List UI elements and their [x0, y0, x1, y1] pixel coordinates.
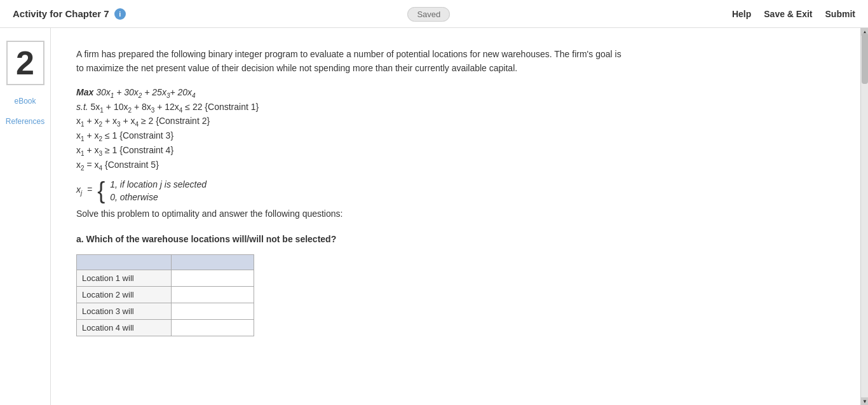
location-1-input[interactable]	[172, 270, 254, 286]
location-4-label: Location 4 will	[77, 319, 172, 336]
save-exit-button[interactable]: Save & Exit	[764, 9, 812, 19]
location-2-label: Location 2 will	[77, 286, 172, 303]
location-1-label: Location 1 will	[77, 270, 172, 286]
table-header-col1	[77, 254, 172, 270]
location-3-label: Location 3 will	[77, 303, 172, 319]
table-row: Location 2 will	[77, 286, 254, 303]
table-row: Location 4 will	[77, 319, 254, 336]
objective-formula: 30x1 + 30x2 + 25x3+ 20x4	[96, 87, 196, 97]
problem-description: A firm has prepared the following binary…	[76, 47, 623, 76]
scrollbar-track[interactable]: ▲ ▼	[860, 28, 868, 405]
question-number: 2	[6, 41, 44, 85]
piecewise-cases: 1, if location j is selected 0, otherwis…	[110, 179, 207, 202]
question-a-label: a. Which of the warehouse locations will…	[76, 234, 835, 244]
constraint-4: x1 + x3 ≥ 1 {Constraint 4}	[76, 145, 835, 157]
saved-badge-container: Saved	[407, 9, 450, 19]
references-link[interactable]: References	[6, 117, 44, 126]
solve-instruction: Solve this problem to optimality and ans…	[76, 209, 835, 219]
piecewise-brace: {	[97, 179, 105, 202]
saved-badge: Saved	[407, 7, 450, 22]
table-row: Location 1 will	[77, 270, 254, 286]
objective-function: Max 30x1 + 30x2 + 25x3+ 20x4	[76, 87, 835, 99]
constraint-5: x2 = x4 {Constraint 5}	[76, 160, 835, 172]
answer-table-container: Location 1 will Location 2 will Location…	[76, 254, 835, 336]
table-header-col2	[172, 254, 254, 270]
submit-button[interactable]: Submit	[825, 9, 855, 19]
top-bar: Activity for Chapter 7 i Saved Help Save…	[0, 0, 868, 28]
piecewise-case-1: 1, if location j is selected	[110, 179, 207, 189]
location-3-input[interactable]	[172, 303, 254, 319]
table-row: Location 3 will	[77, 303, 254, 319]
info-icon[interactable]: i	[114, 8, 126, 20]
constraint-2: x1 + x2 + x3 + x4 ≥ 2 {Constraint 2}	[76, 116, 835, 128]
objective-label: Max	[76, 87, 93, 97]
piecewise-definition: xj = { 1, if location j is selected 0, o…	[76, 179, 835, 202]
content-area: A firm has prepared the following binary…	[51, 28, 860, 405]
constraint-1: s.t. 5x1 + 10x2 + 8x3 + 12x4 ≤ 22 {Const…	[76, 102, 835, 114]
answer-table: Location 1 will Location 2 will Location…	[76, 254, 254, 336]
top-bar-left: Activity for Chapter 7 i	[13, 8, 126, 20]
piecewise-case-2: 0, otherwise	[110, 192, 207, 202]
location-2-input[interactable]	[172, 286, 254, 303]
scrollbar-down-arrow[interactable]: ▼	[861, 397, 868, 405]
constraints-block: s.t. 5x1 + 10x2 + 8x3 + 12x4 ≤ 22 {Const…	[76, 102, 835, 172]
help-button[interactable]: Help	[732, 9, 751, 19]
page-title: Activity for Chapter 7	[13, 8, 109, 19]
sidebar: 2 eBook References	[0, 28, 51, 405]
constraint-3: x1 + x2 ≤ 1 {Constraint 3}	[76, 130, 835, 142]
ebook-link[interactable]: eBook	[14, 97, 36, 106]
piecewise-lhs: xj =	[76, 184, 92, 196]
scrollbar-thumb[interactable]	[862, 33, 868, 84]
main-layout: 2 eBook References A firm has prepared t…	[0, 28, 868, 405]
top-bar-right: Help Save & Exit Submit	[732, 9, 855, 19]
location-4-input[interactable]	[172, 319, 254, 336]
